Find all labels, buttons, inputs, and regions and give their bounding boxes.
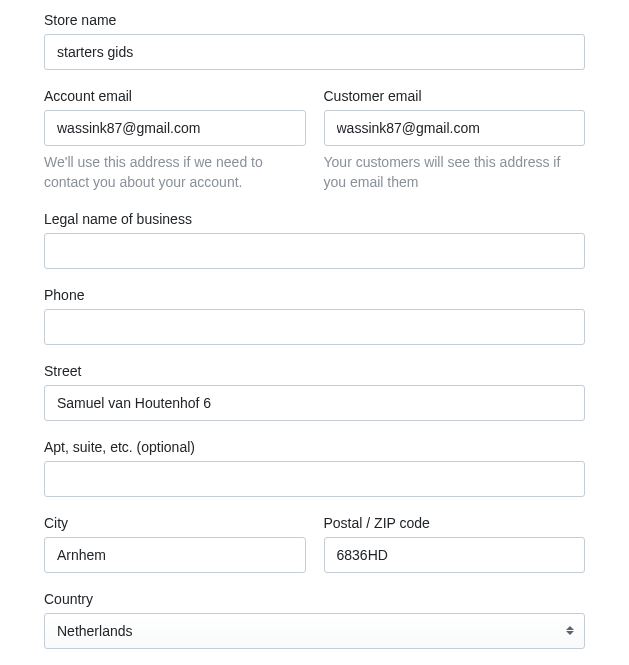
country-label: Country xyxy=(44,591,585,607)
apt-group: Apt, suite, etc. (optional) xyxy=(44,439,585,497)
country-select[interactable]: Netherlands xyxy=(44,613,585,649)
customer-email-group: Customer email Your customers will see t… xyxy=(324,88,586,193)
account-email-input[interactable] xyxy=(44,110,306,146)
phone-label: Phone xyxy=(44,287,585,303)
customer-email-label: Customer email xyxy=(324,88,586,104)
phone-group: Phone xyxy=(44,287,585,345)
phone-input[interactable] xyxy=(44,309,585,345)
city-label: City xyxy=(44,515,306,531)
postal-group: Postal / ZIP code xyxy=(324,515,586,573)
legal-name-input[interactable] xyxy=(44,233,585,269)
apt-input[interactable] xyxy=(44,461,585,497)
store-name-group: Store name xyxy=(44,12,585,70)
legal-name-group: Legal name of business xyxy=(44,211,585,269)
account-email-group: Account email We'll use this address if … xyxy=(44,88,306,193)
city-input[interactable] xyxy=(44,537,306,573)
legal-name-label: Legal name of business xyxy=(44,211,585,227)
store-name-label: Store name xyxy=(44,12,585,28)
postal-label: Postal / ZIP code xyxy=(324,515,586,531)
account-email-helper: We'll use this address if we need to con… xyxy=(44,152,306,193)
city-group: City xyxy=(44,515,306,573)
store-name-input[interactable] xyxy=(44,34,585,70)
country-group: Country Netherlands xyxy=(44,591,585,649)
customer-email-input[interactable] xyxy=(324,110,586,146)
country-select-wrapper: Netherlands xyxy=(44,613,585,649)
street-input[interactable] xyxy=(44,385,585,421)
postal-input[interactable] xyxy=(324,537,586,573)
account-email-label: Account email xyxy=(44,88,306,104)
street-label: Street xyxy=(44,363,585,379)
apt-label: Apt, suite, etc. (optional) xyxy=(44,439,585,455)
customer-email-helper: Your customers will see this address if … xyxy=(324,152,586,193)
street-group: Street xyxy=(44,363,585,421)
